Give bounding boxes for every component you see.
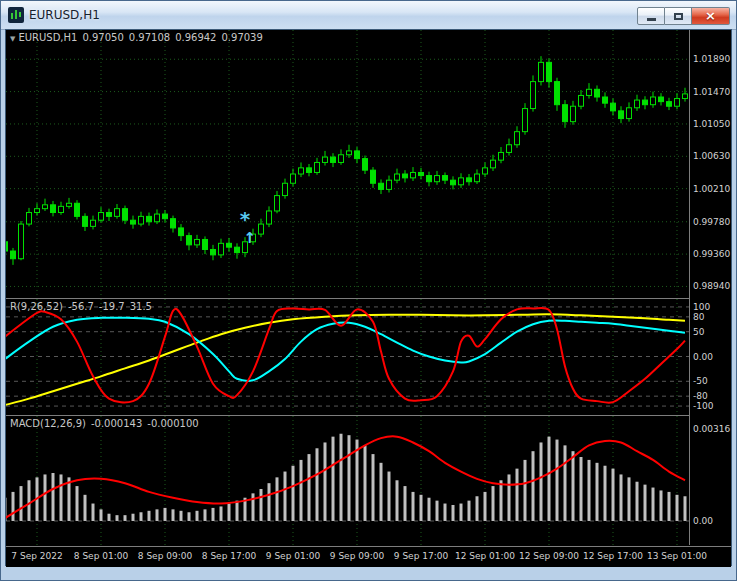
indicator-name: R(9,26,52) [10,301,63,312]
asterisk-annotation: * [240,207,251,231]
macd-signal-value: -0.000100 [147,418,198,429]
time-axis-label: 12 Sep 09:00 [519,551,579,561]
scale-tick-label: 0.00316 [693,424,730,434]
time-axis-label: 8 Sep 01:00 [74,551,128,561]
scale-tick-label: 0.99780 [693,217,730,227]
scale-tick-label: 100 [693,302,710,312]
window-title: EURUSD,H1 [29,8,100,22]
symbol-label: EURUSD,H1 [18,32,77,43]
minimize-icon [647,18,656,21]
price-pane[interactable]: *↑ ▼EURUSD,H10.970500.971080.969420.9703… [6,30,691,298]
chart-window: EURUSD,H1 × *↑ ▼EURUSD,H10.970500.971080… [0,0,737,581]
scale-tick-label: 1.00630 [693,151,730,161]
macd-value: -0.000143 [91,418,142,429]
macd-pane[interactable]: MACD(12,26,9)-0.000143-0.000100 [6,416,691,546]
ohlc-high: 0.97108 [129,32,170,43]
close-icon: × [705,8,716,24]
time-axis-label: 7 Sep 2022 [11,551,62,561]
candlestick-series [6,56,688,265]
scale-tick-label: 0.99360 [693,249,730,259]
time-axis-label: 9 Sep 17:00 [394,551,448,561]
title-bar[interactable]: EURUSD,H1 × [1,1,736,30]
caption-buttons: × [637,7,730,25]
oscillator-chart [6,299,691,415]
collapse-triangle-icon[interactable]: ▼ [10,35,15,43]
price-pane-header: ▼EURUSD,H10.970500.971080.969420.97039 [10,32,268,43]
scale-tick-label: 1.01890 [693,54,730,64]
ohlc-low: 0.96942 [175,32,216,43]
ohlc-open: 0.97050 [82,32,123,43]
oscillator-pane[interactable]: R(9,26,52)-56.7-19.731.5 [6,299,691,415]
indicator-value-1: -56.7 [68,301,94,312]
indicator-value-3: 31.5 [130,301,152,312]
scale-tick-label: -50 [693,376,708,386]
scale-tick-label: -80 [693,391,708,401]
macd-signal-line [6,436,685,518]
maximize-icon [674,13,683,20]
scale-tick-label: 0.00 [693,352,713,362]
indicator-value-2: -19.7 [99,301,125,312]
ohlc-close: 0.97039 [221,32,262,43]
arrow-up-annotation: ↑ [244,229,257,247]
macd-chart [6,416,691,546]
macd-histogram [6,434,687,521]
price-scale[interactable]: 1.018901.014701.010501.006301.002100.997… [689,30,731,545]
scale-tick-label: 0.98940 [693,281,730,291]
scale-tick-label: 1.01470 [693,87,730,97]
scale-tick-label: 80 [693,312,704,322]
slow-line [6,314,685,405]
close-button[interactable]: × [692,7,730,25]
time-axis-label: 12 Sep 01:00 [455,551,515,561]
time-axis[interactable]: 7 Sep 20228 Sep 01:008 Sep 09:008 Sep 17… [6,547,731,567]
chart-app-icon [8,7,24,23]
mid-line [6,318,685,381]
time-axis-label: 8 Sep 17:00 [202,551,256,561]
chart-client-area: *↑ ▼EURUSD,H10.970500.971080.969420.9703… [5,29,732,566]
minimize-button[interactable] [637,7,665,25]
scale-tick-label: 1.01050 [693,119,730,129]
maximize-button[interactable] [665,7,692,25]
time-axis-label: 9 Sep 09:00 [330,551,384,561]
macd-pane-header: MACD(12,26,9)-0.000143-0.000100 [10,418,204,429]
macd-name: MACD(12,26,9) [10,418,86,429]
scale-tick-label: 1.00210 [693,184,730,194]
time-axis-label: 12 Sep 17:00 [583,551,643,561]
oscillator-pane-header: R(9,26,52)-56.7-19.731.5 [10,301,157,312]
vertical-grid [37,30,677,298]
scale-tick-label: 0.00 [693,516,713,526]
scale-tick-label: -100 [693,401,713,411]
time-axis-label: 13 Sep 01:00 [647,551,707,561]
scale-tick-label: 50 [693,327,704,337]
time-axis-label: 9 Sep 01:00 [266,551,320,561]
time-axis-label: 8 Sep 09:00 [138,551,192,561]
candlestick-chart: *↑ [6,30,691,298]
